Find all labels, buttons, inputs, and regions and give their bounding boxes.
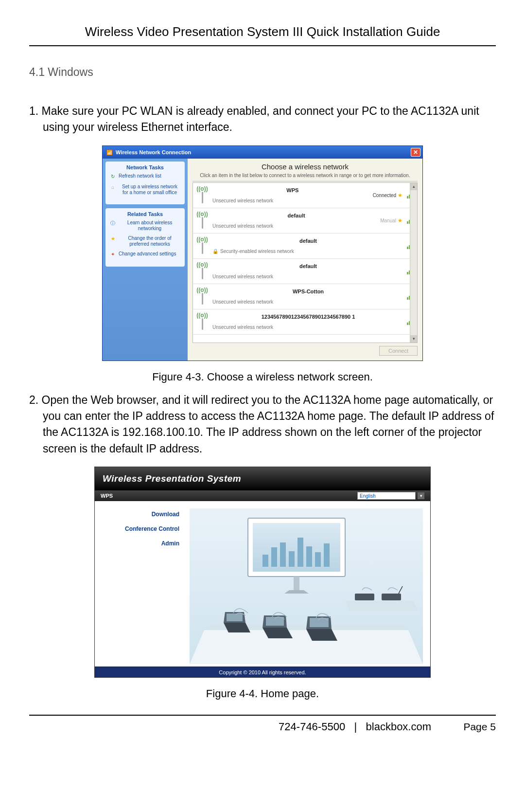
- page-number: Page 5: [463, 721, 496, 733]
- homepage-bar-left: WPS: [101, 493, 113, 499]
- info-icon: ⓘ: [109, 220, 116, 227]
- svg-rect-10: [324, 543, 330, 567]
- home-icon: ⌂: [109, 184, 116, 191]
- choose-network-title: Choose a wireless network: [192, 162, 418, 171]
- network-desc: Unsecured wireless network: [212, 325, 404, 330]
- change-advanced-settings[interactable]: ✦ Change advanced settings: [109, 251, 181, 258]
- chevron-down-icon[interactable]: ▾: [418, 492, 424, 499]
- network-item[interactable]: ((o)) WPS Unsecured wireless network Con…: [193, 183, 417, 208]
- network-ssid: WPS: [212, 187, 373, 193]
- network-desc: 🔒Security-enabled wireless network: [212, 249, 404, 254]
- network-desc: Unsecured wireless network: [212, 274, 404, 279]
- network-ssid: default: [212, 213, 380, 218]
- step-2-text: 2. Open the Web browser, and it will red…: [29, 392, 496, 457]
- setup-wireless-network[interactable]: ⌂ Set up a wireless network for a home o…: [109, 184, 181, 196]
- scroll-down-icon[interactable]: ▾: [410, 335, 417, 343]
- wifi-antenna-icon: ((o)): [196, 211, 209, 230]
- svg-rect-3: [262, 555, 268, 567]
- svg-marker-24: [345, 601, 418, 611]
- choose-network-subtitle: Click an item in the list below to conne…: [192, 173, 418, 181]
- scroll-up-icon[interactable]: ▴: [410, 183, 417, 190]
- task-label: Learn about wireless networking: [119, 220, 181, 232]
- network-item[interactable]: ((o)) WPS-Cotton Unsecured wireless netw…: [193, 284, 417, 309]
- network-tasks-panel: Network Tasks ↻ Refresh network list ⌂ S…: [105, 162, 185, 204]
- change-order-networks[interactable]: ★ Change the order of preferred networks: [109, 235, 181, 247]
- footer-phone: 724-746-5500: [279, 721, 345, 733]
- close-icon[interactable]: ✕: [411, 148, 420, 157]
- network-item[interactable]: ((o)) 123456789012345678901234567890 1 U…: [193, 309, 417, 335]
- conference-room-icon: [187, 508, 425, 664]
- section-heading: 4.1 Windows: [29, 66, 496, 79]
- xp-main-pane: Choose a wireless network Click an item …: [188, 159, 422, 361]
- xp-window-title-text: Wireless Network Connection: [116, 149, 191, 155]
- svg-rect-20: [266, 617, 284, 626]
- nav-conference-control[interactable]: Conference Control: [95, 525, 179, 532]
- network-list: ((o)) WPS Unsecured wireless network Con…: [192, 182, 418, 343]
- refresh-icon: ↻: [109, 173, 116, 180]
- doc-header-title: Wireless Video Presentation System III Q…: [29, 24, 496, 45]
- figure-4-4: Wireless Presentation System WPS English…: [29, 467, 496, 678]
- svg-rect-5: [280, 542, 286, 567]
- language-select[interactable]: English: [357, 492, 416, 500]
- antenna-icon: 📶: [106, 150, 112, 155]
- star-icon: ★: [398, 192, 402, 198]
- network-ssid: 123456789012345678901234567890 1: [212, 314, 404, 320]
- svg-marker-13: [190, 630, 423, 664]
- task-label: Change advanced settings: [119, 251, 176, 258]
- xp-window-title: 📶 Wireless Network Connection: [106, 149, 191, 155]
- connect-button[interactable]: Connect: [379, 346, 418, 356]
- refresh-network-list[interactable]: ↻ Refresh network list: [109, 173, 181, 180]
- svg-rect-9: [315, 552, 321, 567]
- xp-window: 📶 Wireless Network Connection ✕ Network …: [102, 145, 423, 361]
- page-footer: 724-746-5500 | blackbox.com Page 5: [29, 716, 496, 733]
- related-tasks-panel: Related Tasks ⓘ Learn about wireless net…: [105, 208, 185, 267]
- xp-sidebar: Network Tasks ↻ Refresh network list ⌂ S…: [103, 159, 188, 361]
- homepage-bar: WPS English ▾: [95, 490, 430, 501]
- network-item[interactable]: ((o)) default Unsecured wireless network…: [193, 208, 417, 234]
- language-label: English: [360, 493, 376, 499]
- svg-rect-17: [227, 614, 243, 621]
- task-label: Change the order of preferred networks: [119, 235, 181, 247]
- learn-about-wireless[interactable]: ⓘ Learn about wireless networking: [109, 220, 181, 232]
- svg-rect-26: [382, 594, 401, 600]
- star-icon: ★: [398, 217, 402, 224]
- homepage-footer: Copyright © 2010 All rights reserved.: [95, 667, 430, 677]
- network-desc: Unsecured wireless network: [212, 198, 373, 203]
- svg-rect-8: [306, 546, 312, 567]
- svg-rect-7: [298, 538, 303, 567]
- network-item[interactable]: ((o)) default 🔒Security-enabled wireless…: [193, 234, 417, 259]
- lock-icon: 🔒: [212, 249, 218, 254]
- network-ssid: default: [212, 263, 404, 269]
- homepage-window: Wireless Presentation System WPS English…: [94, 467, 431, 678]
- xp-titlebar: 📶 Wireless Network Connection ✕: [103, 146, 422, 159]
- figure-4-3-caption: Figure 4-3. Choose a wireless network sc…: [29, 371, 496, 383]
- wifi-antenna-icon: ((o)): [196, 186, 209, 204]
- star-icon: ★: [109, 235, 116, 242]
- wifi-antenna-icon: ((o)): [196, 262, 209, 280]
- scrollbar[interactable]: ▴ ▾: [410, 183, 417, 343]
- gear-icon: ✦: [109, 251, 116, 258]
- homepage-nav: Download Conference Control Admin: [95, 501, 187, 667]
- homepage-illustration: [187, 501, 430, 667]
- network-ssid: default: [212, 238, 404, 244]
- wifi-antenna-icon: ((o)): [196, 312, 209, 331]
- nav-download[interactable]: Download: [95, 511, 179, 518]
- svg-rect-4: [271, 547, 277, 567]
- svg-rect-6: [289, 551, 295, 567]
- homepage-title: Wireless Presentation System: [103, 473, 241, 484]
- step-1-text: 1. Make sure your PC WLAN is already ena…: [29, 103, 496, 136]
- network-desc: Unsecured wireless network: [212, 223, 380, 229]
- footer-divider: |: [354, 721, 357, 733]
- network-desc: Unsecured wireless network: [212, 299, 404, 305]
- network-item[interactable]: ((o)) default Unsecured wireless network: [193, 259, 417, 284]
- figure-4-3: 📶 Wireless Network Connection ✕ Network …: [29, 145, 496, 361]
- homepage-header: Wireless Presentation System: [95, 467, 430, 490]
- task-label: Set up a wireless network for a home or …: [119, 184, 181, 196]
- nav-admin[interactable]: Admin: [95, 540, 179, 547]
- header-rule: [29, 45, 496, 46]
- footer-site: blackbox.com: [366, 721, 432, 733]
- svg-rect-11: [294, 577, 299, 591]
- wifi-antenna-icon: ((o)): [196, 236, 209, 255]
- network-tasks-title: Network Tasks: [109, 164, 181, 170]
- network-ssid: WPS-Cotton: [212, 289, 404, 294]
